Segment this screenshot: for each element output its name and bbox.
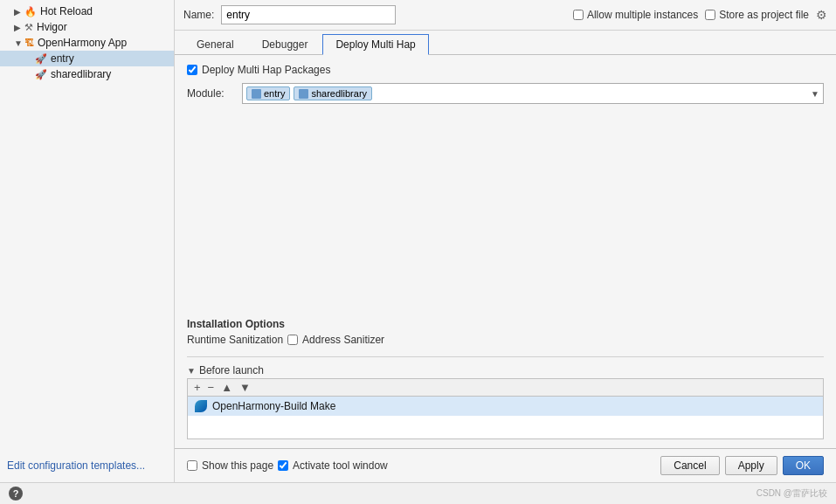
launch-toolbar: + − ▲ ▼: [187, 378, 824, 396]
module-entry-label: entry: [264, 88, 285, 99]
sidebar-item-hot-reload[interactable]: ▶ 🔥 Hot Reload: [0, 3, 174, 19]
add-button[interactable]: +: [191, 381, 204, 394]
watermark: CSDN @雷萨比较: [757, 487, 827, 500]
store-project-checkbox[interactable]: [705, 10, 715, 20]
bottom-buttons: Cancel Apply OK: [660, 456, 824, 475]
dialog-content: ▶ 🔥 Hot Reload ▶ ⚒ Hvigor ▼ 🏗 OpenHarmon…: [0, 0, 836, 482]
main-panel: Name: Allow multiple instances Store as …: [175, 0, 836, 482]
name-label: Name:: [183, 9, 214, 21]
arrow-icon: ▶: [14, 7, 24, 17]
module-label: Module:: [187, 87, 235, 100]
arrow-icon: ▶: [14, 23, 24, 32]
ok-button[interactable]: OK: [783, 456, 824, 475]
openharmony-icon: [195, 400, 207, 412]
panel-content: Deploy Multi Hap Packages Module: entry …: [175, 55, 836, 448]
address-sanitizer-label: Address Sanitizer: [302, 334, 384, 346]
tab-deploy-multi-hap[interactable]: Deploy Multi Hap: [322, 34, 428, 55]
spacer-block: [187, 109, 824, 313]
runtime-sanitization-label: Runtime Sanitization: [187, 334, 283, 346]
show-page-label: Show this page: [202, 459, 273, 472]
collapse-arrow-icon[interactable]: ▼: [187, 366, 196, 376]
dialog-footer: ? CSDN @雷萨比较: [0, 482, 836, 504]
edit-configuration-link[interactable]: Edit configuration templates...: [0, 452, 174, 479]
module-tag-entry: entry: [246, 86, 290, 100]
arrow-icon: ▼: [14, 38, 24, 48]
allow-multiple-checkbox[interactable]: [573, 10, 584, 20]
cancel-button[interactable]: Cancel: [660, 456, 719, 475]
module-tag-sharedlibrary: sharedlibrary: [294, 86, 372, 100]
sidebar-item-hvigor[interactable]: ▶ ⚒ Hvigor: [0, 19, 174, 35]
allow-multiple-label: Allow multiple instances: [587, 9, 698, 21]
hvigor-icon: ⚒: [24, 22, 33, 33]
dropdown-arrow-icon: ▼: [811, 89, 819, 99]
help-icon[interactable]: ?: [9, 487, 23, 501]
tab-debugger[interactable]: Debugger: [249, 34, 321, 54]
sidebar-item-openharmony-app[interactable]: ▼ 🏗 OpenHarmony App: [0, 35, 174, 51]
divider: [187, 356, 824, 357]
app-icon: 🏗: [24, 38, 34, 48]
tabs-bar: General Debugger Deploy Multi Hap: [175, 31, 836, 55]
activate-tool-checkbox[interactable]: [278, 460, 288, 471]
shared-icon: 🚀: [35, 69, 47, 80]
sidebar: ▶ 🔥 Hot Reload ▶ ⚒ Hvigor ▼ 🏗 OpenHarmon…: [0, 0, 175, 482]
gear-icon[interactable]: ⚙: [816, 8, 827, 22]
remove-button[interactable]: −: [205, 381, 218, 394]
module-entry-icon: [252, 89, 261, 99]
module-sharedlibrary-label: sharedlibrary: [311, 88, 367, 99]
deploy-packages-label: Deploy Multi Hap Packages: [202, 64, 330, 76]
sidebar-item-label: entry: [51, 52, 74, 65]
sidebar-item-entry[interactable]: 🚀 entry: [0, 51, 174, 66]
allow-multiple-group: Allow multiple instances: [573, 9, 698, 21]
top-bar: Name: Allow multiple instances Store as …: [175, 0, 836, 31]
runtime-sanitization-row: Runtime Sanitization Address Sanitizer: [187, 334, 824, 346]
store-project-group: Store as project file ⚙: [705, 8, 827, 22]
deploy-packages-row: Deploy Multi Hap Packages: [187, 64, 824, 76]
address-sanitizer-checkbox[interactable]: [287, 335, 298, 345]
before-launch-header: ▼ Before launch: [187, 364, 824, 376]
installation-options-title: Installation Options: [187, 318, 824, 330]
launch-item[interactable]: OpenHarmony-Build Make: [188, 397, 823, 416]
activate-tool-label: Activate tool window: [293, 459, 388, 472]
sidebar-item-sharedlibrary[interactable]: 🚀 sharedlibrary: [0, 66, 174, 82]
launch-item-label: OpenHarmony-Build Make: [212, 400, 335, 412]
deploy-packages-checkbox[interactable]: [187, 65, 197, 75]
move-up-button[interactable]: ▲: [218, 381, 235, 394]
tab-general[interactable]: General: [183, 34, 247, 54]
module-selector[interactable]: entry sharedlibrary ▼: [242, 83, 824, 104]
show-page-checkbox[interactable]: [187, 460, 197, 471]
apply-button[interactable]: Apply: [725, 456, 777, 475]
sidebar-item-label: sharedlibrary: [51, 68, 111, 80]
entry-icon: 🚀: [35, 53, 47, 65]
sidebar-item-label: Hot Reload: [40, 5, 93, 17]
hot-reload-icon: 🔥: [24, 6, 37, 17]
launch-list: OpenHarmony-Build Make: [187, 396, 824, 439]
sidebar-item-label: Hvigor: [37, 21, 67, 33]
before-launch-title: Before launch: [199, 364, 264, 376]
bottom-bar: Show this page Activate tool window Canc…: [175, 448, 836, 482]
sidebar-tree: ▶ 🔥 Hot Reload ▶ ⚒ Hvigor ▼ 🏗 OpenHarmon…: [0, 3, 174, 452]
module-row: Module: entry sharedlibrary ▼: [187, 83, 824, 104]
show-page-row: Show this page Activate tool window: [187, 459, 653, 472]
module-shared-icon: [299, 89, 308, 99]
store-label: Store as project file: [719, 9, 809, 21]
move-down-button[interactable]: ▼: [237, 381, 253, 394]
sidebar-item-label: OpenHarmony App: [38, 37, 127, 49]
run-configuration-dialog: ▶ 🔥 Hot Reload ▶ ⚒ Hvigor ▼ 🏗 OpenHarmon…: [0, 0, 836, 504]
name-input[interactable]: [221, 5, 396, 24]
